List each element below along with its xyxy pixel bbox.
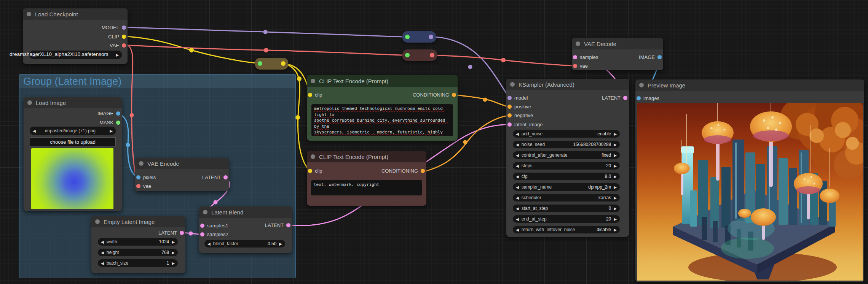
node-latent-blend[interactable]: Latent Blend samples1 samples2 LATENT ◀ … [199,206,292,253]
decrement-arrow-icon[interactable]: ◀ [516,228,519,232]
preview-artwork[interactable] [637,103,863,281]
node-titlebar[interactable]: CLIP Text Encode (Prompt) [307,151,426,162]
reroute-clip[interactable] [255,58,288,70]
port-dot-latent[interactable] [223,175,228,179]
port-dot-vae[interactable] [122,43,126,48]
scheduler-widget[interactable]: ◀ scheduler karras ▶ [513,194,620,201]
control-after-generate-widget[interactable]: ◀ control_after_generate fixed ▶ [513,151,620,159]
node-titlebar[interactable]: Load Image [24,97,122,108]
input-port-samples1[interactable]: samples1 [200,222,228,228]
node-clip-text-encode-positive[interactable]: CLIP Text Encode (Prompt) clip CONDITION… [307,75,458,141]
collapse-dot-icon[interactable] [27,100,32,105]
port-dot-samples1[interactable] [200,224,204,228]
increment-arrow-icon[interactable]: ▶ [614,217,617,221]
decrement-arrow-icon[interactable]: ◀ [207,242,211,246]
collapse-dot-icon[interactable] [95,219,100,224]
height-widget[interactable]: ◀ height 768 ▶ [98,249,178,256]
next-arrow-icon[interactable]: ▶ [110,129,113,133]
port-dot-conditioning[interactable] [452,93,456,97]
collapse-dot-icon[interactable] [203,210,207,214]
port-dot-model[interactable] [507,96,512,100]
input-port-latent-image[interactable]: latent_image [507,121,542,127]
node-ksampler-advanced[interactable]: KSampler (Advanced) model positive negat… [506,79,629,237]
port-dot-negative[interactable] [507,113,512,117]
node-preview-image[interactable]: Preview Image images [635,79,864,282]
cfg-widget[interactable]: ◀ cfg 8.0 ▶ [513,173,620,180]
ckpt-name-widget[interactable]: ◀ dreamshaperXL10_alpha2Xl10.safetensors… [29,51,122,59]
collapse-dot-icon[interactable] [576,41,580,46]
negative-prompt-textarea[interactable]: text, watermark, copyright [311,180,422,195]
next-arrow-icon[interactable]: ▶ [116,53,119,57]
input-port-positive[interactable]: positive [507,103,531,109]
input-port-vae[interactable]: vae [573,63,588,69]
input-port-negative[interactable]: negative [507,112,533,118]
return-with-leftover-noise-widget[interactable]: ◀ return_with_leftover_noise disable ▶ [513,226,620,233]
reroute-vae[interactable] [402,49,437,61]
port-dot-clip[interactable] [308,93,312,97]
port-dot-latent[interactable] [286,223,290,227]
port-dot-samples[interactable] [573,55,577,59]
port-dot-pixels[interactable] [136,175,140,179]
reroute-in-dot[interactable] [405,53,410,57]
node-titlebar[interactable]: Load Checkpoint [23,8,128,20]
reroute-in-dot[interactable] [405,35,410,39]
collapse-dot-icon[interactable] [510,82,515,87]
increment-arrow-icon[interactable]: ▶ [172,240,175,244]
node-titlebar[interactable]: VAE Encode [135,158,229,169]
node-load-image[interactable]: Load Image IMAGE MASK ◀ im pasted/image … [24,97,122,211]
port-dot-latent[interactable] [180,231,184,235]
node-graph-canvas[interactable]: Group (Latent Image) [0,0,868,284]
port-dot-latent-image[interactable] [507,122,512,127]
node-vae-encode[interactable]: VAE Encode pixels vae LATENT [135,158,229,191]
node-titlebar[interactable]: Preview Image [635,79,864,91]
port-dot-model[interactable] [122,25,126,30]
blend-factor-widget[interactable]: ◀ blend_factor 0.50 ▶ [204,240,285,248]
reroute-in-dot[interactable] [258,61,262,66]
port-dot-latent[interactable] [623,96,627,100]
input-port-vae[interactable]: vae [136,183,151,189]
increment-arrow-icon[interactable]: ▶ [614,175,617,179]
end-at-step-widget[interactable]: ◀ end_at_step 20 ▶ [513,215,620,223]
group-title[interactable]: Group (Latent Image) [19,75,295,88]
start-at-step-widget[interactable]: ◀ start_at_step 0 ▶ [513,205,620,212]
decrement-arrow-icon[interactable]: ◀ [516,185,519,189]
port-dot-samples2[interactable] [200,232,204,236]
choose-file-button[interactable]: choose file to upload [30,137,116,146]
input-port-clip[interactable]: clip [308,168,322,174]
collapse-dot-icon[interactable] [27,12,31,16]
collapse-dot-icon[interactable] [139,161,144,166]
port-dot-images[interactable] [637,96,641,100]
input-port-pixels[interactable]: pixels [136,174,156,180]
decrement-arrow-icon[interactable]: ◀ [101,240,104,244]
node-clip-text-encode-negative[interactable]: CLIP Text Encode (Prompt) clip CONDITION… [307,151,426,206]
node-titlebar[interactable]: Latent Blend [199,206,292,218]
output-port-vae[interactable]: VAE [110,42,126,48]
output-port-conditioning[interactable]: CONDITIONING [381,168,425,174]
increment-arrow-icon[interactable]: ▶ [614,132,617,136]
port-dot-positive[interactable] [507,105,512,109]
port-dot-mask[interactable] [116,121,120,125]
increment-arrow-icon[interactable]: ▶ [614,143,617,147]
decrement-arrow-icon[interactable]: ◀ [516,153,519,157]
loaded-image-preview[interactable] [31,148,113,209]
positive-prompt-textarea[interactable]: metropolis-themed technological mushroom… [311,104,453,136]
port-dot-vae[interactable] [136,184,140,188]
add-noise-widget[interactable]: ◀ add_noise enable ▶ [513,130,620,138]
node-titlebar[interactable]: VAE Decode [572,38,663,49]
reroute-out-dot-model[interactable] [429,35,433,39]
output-port-latent[interactable]: LATENT [602,95,627,101]
noise-seed-widget[interactable]: ◀ noise_seed 156680208700288 ▶ [513,141,620,148]
increment-arrow-icon[interactable]: ▶ [614,164,617,168]
output-port-latent[interactable]: LATENT [265,222,290,228]
output-port-latent[interactable]: LATENT [158,230,184,236]
image-name-widget[interactable]: ◀ im pasted/image (71).png ▶ [30,127,116,135]
output-port-latent[interactable]: LATENT [202,174,228,180]
port-dot-vae[interactable] [573,64,577,68]
increment-arrow-icon[interactable]: ▶ [172,251,175,255]
input-port-samples[interactable]: samples [573,54,598,60]
increment-arrow-icon[interactable]: ▶ [614,228,617,232]
port-dot-image[interactable] [116,111,120,116]
decrement-arrow-icon[interactable]: ◀ [101,251,104,255]
output-port-model[interactable]: MODEL [102,24,126,30]
reroute-out-dot-vae[interactable] [430,53,434,57]
